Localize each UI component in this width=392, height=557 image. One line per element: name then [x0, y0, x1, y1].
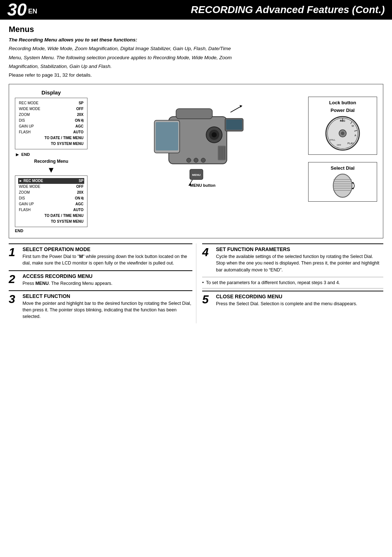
svg-rect-8: [226, 120, 242, 130]
select-dial-callout: Select Dial: [308, 162, 377, 202]
intro-text: The Recording Menu allows you to set the…: [9, 36, 383, 44]
intro-para-3: Magnification, Stabilization, Gain Up an…: [9, 63, 383, 70]
header-title: RECORDING Advanced Features (Cont.): [191, 4, 385, 16]
end-marker-1: ► END: [15, 152, 87, 157]
menu-button-label: MENU button: [190, 183, 216, 187]
svg-point-11: [201, 158, 205, 162]
select-dial-image: [328, 173, 357, 198]
step-5-body: Press the Select Dial. Selection is comp…: [216, 300, 357, 307]
intro-para-2: Menu, System Menu. The following selecti…: [9, 54, 383, 61]
menu-box-2: ► REC MODESP WIDE MODEOFF ZOOM20X DISON …: [15, 175, 87, 227]
svg-rect-2: [156, 122, 178, 150]
step-3-content: SELECT FUNCTION Move the pointer and hig…: [23, 293, 192, 320]
step-4-number: 4: [202, 246, 213, 258]
step-2: 2 ACCESS RECORDING MENU Press MENU. The …: [9, 270, 192, 287]
step-5-title: CLOSE RECORDING MENU: [216, 294, 357, 299]
step-3-body: Move the pointer and highlight bar to th…: [23, 300, 192, 320]
display-panel: Display REC MODESP WIDE MODEOFF ZOOM20X …: [15, 89, 87, 233]
svg-text:STILL: STILL: [330, 139, 336, 141]
step-2-title: ACCESS RECORDING MENU: [23, 273, 113, 279]
step-3-title: SELECT FUNCTION: [23, 293, 192, 299]
step-5-content: CLOSE RECORDING MENU Press the Select Di…: [216, 294, 357, 307]
step-3: 3 SELECT FUNCTION Move the pointer and h…: [9, 290, 192, 320]
display-label: Display: [15, 89, 87, 96]
step-5: 5 CLOSE RECORDING MENU Press the Select …: [202, 291, 383, 307]
page-number: 30: [7, 1, 26, 19]
left-steps-col: 1 SELECT OPERATION MODE First turn the P…: [9, 243, 196, 323]
divider-1: [202, 277, 383, 277]
svg-point-9: [187, 158, 191, 162]
arrow-down-icon: ▼: [15, 166, 87, 174]
step-1-body: First turn the Power Dial to "M" while p…: [23, 253, 192, 266]
intro-para-4: Please refer to page 31, 32 for details.: [9, 72, 383, 79]
step-4-content: SET FUNCTION PARAMETERS Cycle the availa…: [216, 246, 383, 273]
step-4-title: SET FUNCTION PARAMETERS: [216, 246, 383, 252]
step-1-title: SELECT OPERATION MODE: [23, 246, 192, 252]
main-content: Menus The Recording Menu allows you to s…: [0, 20, 392, 331]
step-4-body: Cycle the available settings of the sele…: [216, 253, 383, 273]
divider-2: [202, 288, 383, 288]
section-heading: Menus: [9, 25, 383, 34]
diagram-box: Display REC MODESP WIDE MODEOFF ZOOM20X …: [9, 84, 383, 238]
right-steps-col: 4 SET FUNCTION PARAMETERS Cycle the avai…: [196, 243, 383, 323]
svg-text:MENU: MENU: [192, 173, 201, 177]
step-1: 1 SELECT OPERATION MODE First turn the P…: [9, 243, 192, 266]
lock-button-label: Lock button: [312, 100, 373, 105]
step-5-number: 5: [202, 294, 213, 305]
svg-text:PLAY: PLAY: [347, 142, 354, 145]
page-en: EN: [28, 8, 37, 15]
end-label-1: END: [21, 152, 30, 157]
select-dial-label: Select Dial: [312, 165, 373, 171]
menu-box-1: REC MODESP WIDE MODEOFF ZOOM20X DISON ⎗ …: [15, 98, 87, 149]
svg-point-36: [333, 174, 352, 197]
camcorder-area: MENU MENU button: [91, 89, 305, 198]
step-1-content: SELECT OPERATION MODE First turn the Pow…: [23, 246, 192, 266]
power-dial-image: REC M A PLAY OFF STILL: [324, 115, 361, 152]
subtitle-bold: The Recording Menu allows you to set the…: [9, 37, 137, 43]
bullet-text: To set the parameters for a different fu…: [206, 279, 340, 286]
svg-point-35: [341, 132, 344, 135]
camcorder-image: MENU: [147, 98, 249, 189]
end-arrow-icon: ►: [15, 152, 20, 157]
step-4: 4 SET FUNCTION PARAMETERS Cycle the avai…: [202, 243, 383, 273]
end-label-2: END: [15, 229, 87, 233]
svg-text:A: A: [355, 134, 356, 137]
bullet-item: • To set the parameters for a different …: [202, 279, 383, 286]
step-2-body: Press MENU. The Recording Menu appears.: [23, 280, 113, 287]
power-dial-label: Power Dial: [312, 108, 373, 113]
step-2-content: ACCESS RECORDING MENU Press MENU. The Re…: [23, 273, 113, 287]
intro-para-1: Recording Mode, Wide Mode, Zoom Magnific…: [9, 45, 383, 52]
step-2-number: 2: [9, 273, 20, 285]
svg-text:M: M: [352, 125, 354, 127]
steps-section: 1 SELECT OPERATION MODE First turn the P…: [9, 243, 383, 323]
bullet-dot-icon: •: [202, 279, 204, 286]
svg-text:OFF: OFF: [337, 144, 341, 146]
power-dial-callout: Lock button Power Dial REC M A PLAY OFF …: [308, 97, 377, 155]
step-1-number: 1: [9, 246, 20, 258]
step-3-number: 3: [9, 293, 20, 305]
recording-menu-label: Recording Menu: [15, 159, 87, 164]
callouts-panel: Lock button Power Dial REC M A PLAY OFF …: [308, 89, 377, 202]
svg-point-5: [212, 132, 217, 137]
svg-rect-6: [176, 109, 212, 119]
svg-point-10: [194, 158, 198, 162]
page-header: 30 EN RECORDING Advanced Features (Cont.…: [0, 0, 392, 20]
